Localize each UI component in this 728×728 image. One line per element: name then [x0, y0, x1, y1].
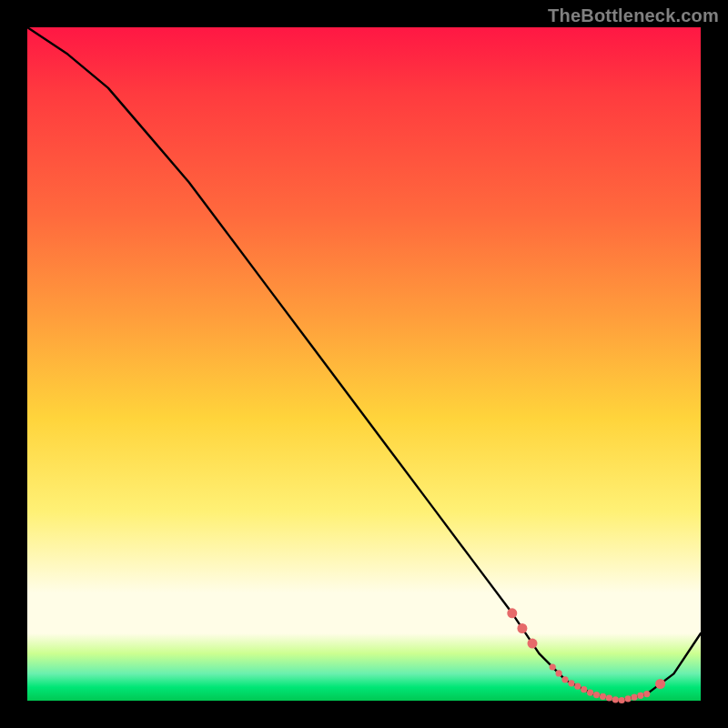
- curve-dot: [600, 693, 606, 700]
- curve-dot: [612, 696, 619, 703]
- curve-dot: [619, 697, 625, 703]
- curve-dot: [625, 695, 632, 702]
- bottleneck-curve: [27, 27, 701, 701]
- curve-svg: [27, 27, 701, 701]
- curve-dot: [550, 663, 556, 670]
- curve-dot: [568, 680, 574, 686]
- curve-dot: [561, 676, 568, 682]
- curve-dot: [528, 639, 538, 649]
- curve-dot: [655, 679, 665, 689]
- curve-dot: [517, 623, 527, 633]
- plot-area: [27, 27, 701, 701]
- curve-dot: [507, 608, 517, 618]
- watermark-text: TheBottleneck.com: [548, 5, 719, 26]
- curve-dots: [507, 608, 665, 703]
- chart-frame: TheBottleneck.com: [0, 0, 728, 728]
- curve-dot: [637, 693, 643, 699]
- curve-dot: [556, 670, 562, 676]
- curve-dot: [574, 683, 581, 690]
- curve-dot: [581, 686, 587, 693]
- curve-dot: [643, 691, 650, 697]
- curve-dot: [631, 694, 637, 701]
- curve-dot: [593, 692, 600, 698]
- curve-dot: [587, 690, 593, 696]
- curve-dot: [606, 694, 612, 701]
